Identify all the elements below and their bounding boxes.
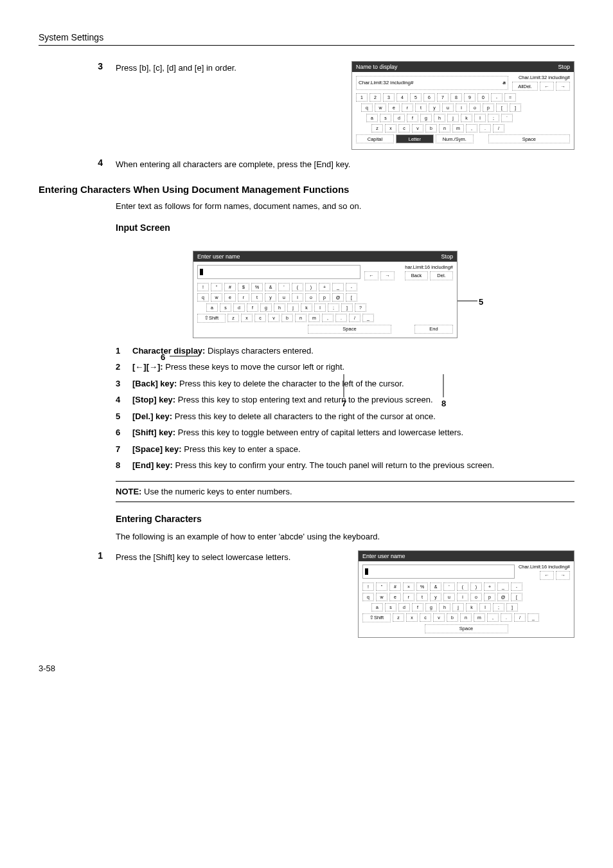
key[interactable]: 2 xyxy=(369,93,381,102)
key[interactable]: 6 xyxy=(423,93,435,102)
key[interactable]: # xyxy=(224,283,236,291)
kb2-shift-button[interactable]: ⇧ Shift xyxy=(197,314,226,323)
key[interactable]: . xyxy=(335,314,347,322)
key[interactable]: " xyxy=(211,283,222,291)
key[interactable]: t xyxy=(251,293,263,302)
kb3-right-arrow[interactable]: → xyxy=(556,571,570,580)
key[interactable]: i xyxy=(456,104,467,112)
key[interactable]: & xyxy=(430,583,441,591)
key[interactable]: o xyxy=(470,593,482,601)
key[interactable]: e xyxy=(388,104,400,112)
key[interactable]: × xyxy=(403,583,414,591)
key[interactable]: t xyxy=(415,104,427,112)
key[interactable]: ] xyxy=(341,303,353,312)
key[interactable]: p xyxy=(319,293,330,302)
key[interactable]: ; xyxy=(493,603,504,611)
kb2-right-arrow[interactable]: → xyxy=(380,271,395,280)
key[interactable]: a xyxy=(371,603,383,611)
key[interactable]: / xyxy=(349,314,360,322)
key[interactable]: a xyxy=(206,303,218,312)
key[interactable]: - xyxy=(491,93,502,102)
key[interactable]: p xyxy=(483,104,494,112)
kb2-left-arrow[interactable]: ← xyxy=(364,271,378,280)
key[interactable]: i xyxy=(292,293,303,302)
key[interactable]: n xyxy=(439,124,450,132)
key[interactable]: f xyxy=(247,303,258,312)
key[interactable]: x xyxy=(241,314,253,322)
key[interactable]: , xyxy=(487,613,499,622)
key[interactable]: n xyxy=(295,314,306,322)
key[interactable]: ! xyxy=(362,583,374,591)
key[interactable]: 3 xyxy=(383,93,395,102)
kb1-left-arrow[interactable]: ← xyxy=(540,82,554,91)
key[interactable]: t xyxy=(416,593,428,601)
key[interactable]: u xyxy=(278,293,290,302)
key[interactable]: y xyxy=(429,104,440,112)
key[interactable]: j xyxy=(287,303,299,312)
key[interactable]: d xyxy=(398,603,410,611)
key[interactable]: ; xyxy=(488,114,499,122)
key[interactable]: 7 xyxy=(437,93,449,102)
key[interactable]: j xyxy=(447,114,459,122)
key[interactable]: s xyxy=(385,603,396,611)
key[interactable]: z xyxy=(227,314,239,322)
kb2-end-button[interactable]: End xyxy=(414,325,453,334)
key[interactable]: [ xyxy=(496,104,508,112)
key[interactable]: % xyxy=(251,283,263,291)
key[interactable]: g xyxy=(260,303,272,312)
key[interactable]: c xyxy=(398,124,410,132)
key[interactable]: k xyxy=(301,303,312,312)
key[interactable]: b xyxy=(281,314,293,322)
kb1-input-field[interactable]: Char.Limit:32 including# a xyxy=(356,76,508,90)
key[interactable]: f xyxy=(412,603,423,611)
key[interactable]: _ xyxy=(332,283,344,291)
key[interactable]: q xyxy=(362,593,374,601)
key[interactable]: h xyxy=(274,303,285,312)
key[interactable]: d xyxy=(233,303,245,312)
key[interactable]: w xyxy=(376,593,387,601)
key[interactable]: / xyxy=(493,124,504,132)
key[interactable]: s xyxy=(380,114,391,122)
key[interactable]: - xyxy=(346,283,357,291)
key[interactable]: y xyxy=(430,593,441,601)
key[interactable]: - xyxy=(511,583,522,591)
key[interactable]: 5 xyxy=(410,93,422,102)
key[interactable]: g xyxy=(420,114,432,122)
key[interactable]: ( xyxy=(292,283,303,291)
key[interactable]: z xyxy=(393,613,404,622)
key[interactable]: b xyxy=(425,124,437,132)
key[interactable]: o xyxy=(305,293,317,302)
key[interactable]: m xyxy=(452,124,464,132)
key[interactable]: [ xyxy=(346,293,357,302)
key[interactable]: k xyxy=(466,603,477,611)
key[interactable]: ? xyxy=(355,303,366,312)
key[interactable]: u xyxy=(442,104,454,112)
key[interactable]: m xyxy=(474,613,485,622)
key[interactable]: $ xyxy=(238,283,249,291)
key[interactable]: v xyxy=(268,314,280,322)
key[interactable]: c xyxy=(420,613,431,622)
kb2-input-field[interactable] xyxy=(197,265,360,279)
kb1-right-arrow[interactable]: → xyxy=(556,82,570,91)
kb1-letter-button[interactable]: Letter xyxy=(396,134,434,143)
key[interactable]: @ xyxy=(497,593,509,601)
key[interactable]: k xyxy=(461,114,472,122)
key[interactable]: e xyxy=(389,593,401,601)
key[interactable]: . xyxy=(479,124,491,132)
key[interactable]: i xyxy=(457,593,468,601)
key[interactable]: z xyxy=(371,124,383,132)
key[interactable]: l xyxy=(314,303,326,312)
kb3-input-field[interactable] xyxy=(362,565,515,579)
key[interactable]: ' xyxy=(278,283,290,291)
key[interactable]: r xyxy=(238,293,249,302)
key[interactable]: f xyxy=(407,114,418,122)
kb3-space-button[interactable]: Space xyxy=(425,624,508,633)
key[interactable]: , xyxy=(466,124,477,132)
kb2-stop[interactable]: Stop xyxy=(441,253,453,260)
key[interactable]: ' xyxy=(443,583,455,591)
key[interactable]: _ xyxy=(362,314,374,322)
key[interactable]: q xyxy=(197,293,209,302)
kb2-back-button[interactable]: Back xyxy=(405,271,428,280)
key[interactable]: w xyxy=(375,104,386,112)
key[interactable]: , xyxy=(322,314,333,322)
